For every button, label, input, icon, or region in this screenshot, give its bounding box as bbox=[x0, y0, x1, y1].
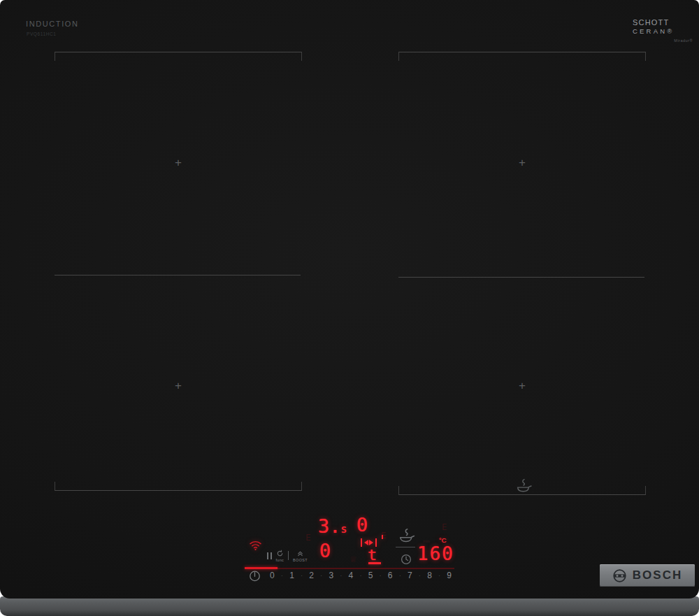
function-key-group: func BOOST bbox=[267, 550, 308, 562]
slider-key-2[interactable]: 2 bbox=[309, 571, 314, 580]
unlit-segment-left: E bbox=[305, 532, 311, 543]
zone-divider-right bbox=[398, 277, 644, 278]
timer-key[interactable] bbox=[400, 553, 412, 568]
zone-center-mark-back-right: + bbox=[519, 156, 526, 170]
func-label: func bbox=[276, 558, 284, 562]
timer-display: 3.s bbox=[318, 515, 347, 537]
temperature-display: 160 bbox=[417, 543, 454, 564]
mode-cursor bbox=[368, 562, 381, 564]
crown-icon: ♕ bbox=[350, 554, 357, 564]
glass-surface: INDUCTION PVQ611HC1 SCHOTT CERAN® Miradu… bbox=[0, 0, 699, 599]
mode-display: t bbox=[368, 546, 377, 564]
boost-label: BOOST bbox=[293, 558, 308, 562]
bosch-emblem-icon bbox=[612, 568, 627, 583]
pause-icon[interactable] bbox=[267, 552, 272, 559]
zone-bracket-back-right bbox=[398, 52, 646, 61]
zone-bracket-back-left bbox=[55, 52, 302, 61]
schott-line1: SCHOTT bbox=[633, 18, 693, 27]
schott-subline: Miradur® bbox=[633, 38, 693, 43]
front-zone-level-display: 0 bbox=[319, 540, 331, 561]
slider-key-7[interactable]: 7 bbox=[408, 571, 412, 580]
zone-center-mark-back-left: + bbox=[175, 156, 182, 170]
boost-key[interactable]: BOOST bbox=[293, 550, 308, 562]
cooktop-product-image: INDUCTION PVQ611HC1 SCHOTT CERAN® Miradu… bbox=[0, 0, 699, 616]
key-divider bbox=[288, 551, 289, 560]
model-number: PVQ611HC1 bbox=[27, 31, 57, 36]
bosch-wordmark: BOSCH bbox=[633, 568, 682, 582]
slider-key-3[interactable]: 3 bbox=[329, 571, 333, 580]
schott-ceran-logo: SCHOTT CERAN® Miradur® bbox=[633, 18, 693, 43]
fry-sensor-key[interactable] bbox=[397, 527, 415, 547]
zone-divider-left bbox=[55, 275, 301, 275]
slider-key-6[interactable]: 6 bbox=[388, 571, 393, 580]
slider-key-4[interactable]: 4 bbox=[349, 571, 354, 580]
slider-key-0[interactable]: 0 bbox=[270, 571, 275, 580]
func-key[interactable]: func bbox=[276, 550, 284, 562]
back-zone-level-display: 0 bbox=[356, 514, 368, 536]
circular-arrow-icon bbox=[276, 550, 284, 557]
panel-divider-line bbox=[396, 547, 415, 547]
power-slider-digits: 0· 1· 2· 3· 4· 5· 6· 7· 8· 9 bbox=[270, 571, 452, 580]
bosch-logo-plate: BOSCH bbox=[600, 564, 695, 587]
slider-key-8[interactable]: 8 bbox=[427, 571, 432, 580]
induction-label: INDUCTION bbox=[26, 20, 79, 28]
front-metal-trim bbox=[0, 596, 699, 616]
slider-key-9[interactable]: 9 bbox=[447, 571, 452, 580]
slider-key-1[interactable]: 1 bbox=[289, 571, 294, 580]
unlit-segment-right: E bbox=[442, 522, 447, 532]
zone-center-mark-front-right: + bbox=[519, 379, 526, 393]
zone-center-mark-front-left: + bbox=[175, 379, 182, 393]
schott-line2: CERAN® bbox=[633, 27, 693, 35]
zone-bracket-front-left bbox=[55, 482, 302, 491]
boost-icon bbox=[296, 550, 304, 557]
power-button[interactable] bbox=[248, 569, 261, 585]
pan-steam-icon bbox=[514, 477, 532, 497]
wifi-icon bbox=[249, 540, 262, 554]
slider-key-5[interactable]: 5 bbox=[368, 571, 373, 580]
